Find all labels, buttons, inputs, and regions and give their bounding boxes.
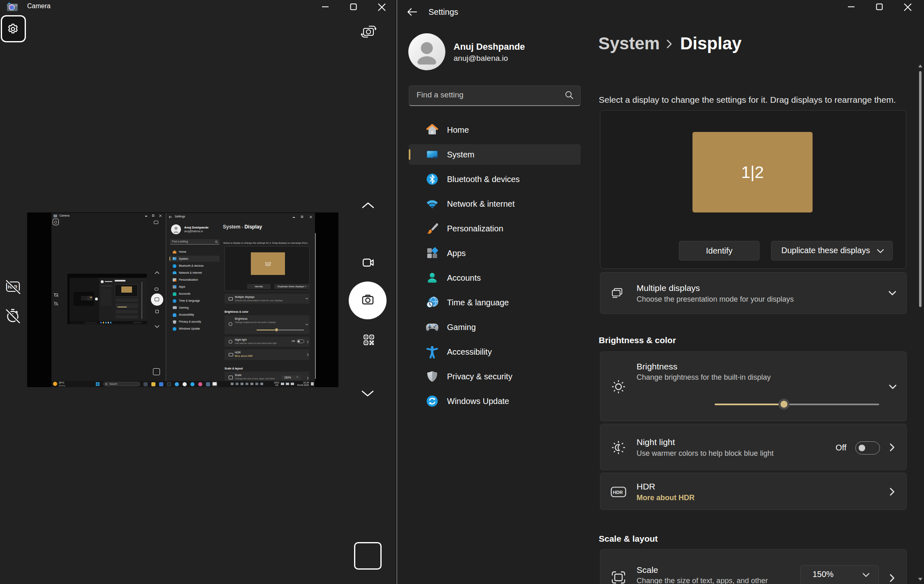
svg-text:HDR: HDR xyxy=(613,490,623,495)
